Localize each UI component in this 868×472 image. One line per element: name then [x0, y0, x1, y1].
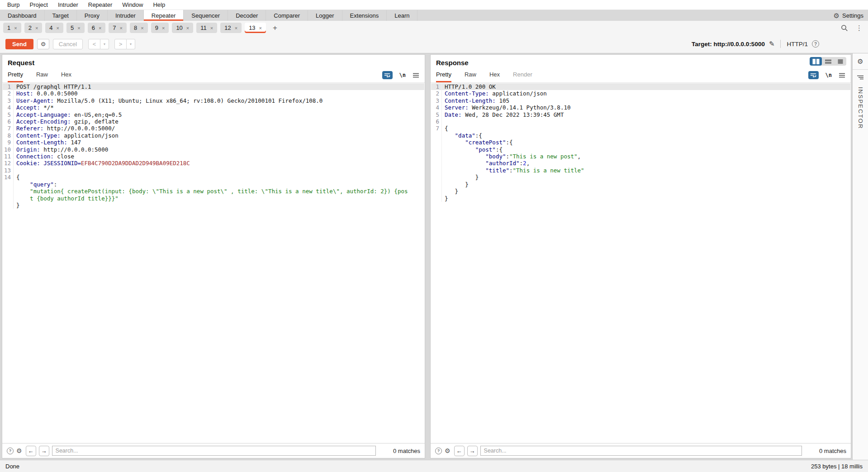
repeater-tab-4[interactable]: 4×	[45, 23, 63, 33]
gear-icon[interactable]: ⚙	[445, 447, 451, 454]
code-text: Content-Length: 147	[14, 139, 81, 146]
send-options-button[interactable]: ⚙	[37, 39, 49, 49]
tab-pretty[interactable]: Pretty	[436, 71, 451, 82]
close-tab-icon[interactable]: ×	[120, 25, 123, 31]
next-request-button[interactable]: >	[114, 39, 127, 49]
code-line: t {body authorId title}}}"	[3, 195, 424, 202]
close-tab-icon[interactable]: ×	[210, 25, 213, 31]
prev-match-button[interactable]: ←	[26, 446, 36, 456]
close-tab-icon[interactable]: ×	[14, 25, 17, 31]
close-tab-icon[interactable]: ×	[162, 25, 165, 31]
menu-item-repeater[interactable]: Repeater	[83, 1, 117, 8]
repeater-tab-10[interactable]: 10×	[172, 23, 193, 33]
menu-item-burp[interactable]: Burp	[2, 1, 24, 8]
line-number: 13	[3, 167, 14, 174]
response-editor[interactable]: 1HTTP/1.0 200 OK2Content-Type: applicati…	[431, 83, 850, 443]
request-editor[interactable]: 1POST /graphql HTTP/1.12Host: 0.0.0.0:50…	[3, 83, 424, 443]
menu-item-window[interactable]: Window	[117, 1, 148, 8]
line-number: 2	[431, 90, 442, 97]
prev-request-button[interactable]: <	[88, 39, 100, 49]
next-match-button[interactable]: →	[39, 446, 49, 456]
tab-dashboard[interactable]: Dashboard	[0, 10, 45, 21]
editor-menu-icon[interactable]	[839, 73, 845, 78]
tab-pretty[interactable]: Pretty	[8, 71, 23, 82]
repeater-tab-6[interactable]: 6×	[88, 23, 106, 33]
tab-intruder[interactable]: Intruder	[108, 10, 144, 21]
next-request-dropdown[interactable]: ▾	[127, 39, 135, 49]
tab-hex[interactable]: Hex	[489, 71, 500, 82]
response-search-input[interactable]	[480, 446, 802, 456]
send-button[interactable]: Send	[5, 39, 33, 49]
code-line: 6	[431, 118, 850, 125]
layout-columns-button[interactable]	[810, 57, 822, 66]
inspector-collapse-icon[interactable]	[857, 75, 864, 80]
syntax-highlight-icon[interactable]	[808, 71, 819, 79]
show-newlines-icon[interactable]: \n	[825, 72, 832, 78]
close-tab-icon[interactable]: ×	[77, 25, 80, 31]
code-text: "createPost":{	[442, 139, 513, 146]
close-tab-icon[interactable]: ×	[57, 25, 59, 31]
line-number	[431, 160, 442, 167]
tab-decoder[interactable]: Decoder	[228, 10, 266, 21]
tab-render[interactable]: Render	[513, 71, 532, 82]
repeater-tab-12[interactable]: 12×	[220, 23, 242, 33]
help-icon[interactable]: ?	[7, 448, 14, 454]
repeater-tab-2[interactable]: 2×	[24, 23, 43, 33]
prev-request-dropdown[interactable]: ▾	[100, 39, 109, 49]
gear-icon[interactable]: ⚙	[857, 58, 863, 65]
cancel-button[interactable]: Cancel	[53, 39, 83, 49]
edit-target-icon[interactable]: ✎	[769, 40, 775, 48]
tab-proxy[interactable]: Proxy	[77, 10, 108, 21]
show-newlines-icon[interactable]: \n	[399, 72, 406, 78]
layout-single-button[interactable]	[834, 57, 846, 66]
tab-sequencer[interactable]: Sequencer	[184, 10, 228, 21]
close-tab-icon[interactable]: ×	[259, 25, 262, 31]
repeater-tab-label: 12	[224, 24, 231, 31]
code-line: 11Connection: close	[3, 153, 424, 160]
repeater-tab-7[interactable]: 7×	[109, 23, 127, 33]
tab-hex[interactable]: Hex	[61, 71, 71, 82]
http-version-label: HTTP/1	[787, 41, 808, 48]
kebab-menu-icon[interactable]: ⋮	[856, 24, 863, 32]
help-icon[interactable]: ?	[812, 40, 819, 48]
prev-match-button[interactable]: ←	[454, 446, 465, 456]
repeater-tab-8[interactable]: 8×	[130, 23, 148, 33]
tab-raw[interactable]: Raw	[36, 71, 48, 82]
settings-button[interactable]: ⚙ Settings	[829, 10, 868, 21]
repeater-tab-9[interactable]: 9×	[151, 23, 169, 33]
close-tab-icon[interactable]: ×	[35, 25, 38, 31]
menu-item-help[interactable]: Help	[148, 1, 170, 8]
repeater-tab-13[interactable]: 13×	[245, 23, 266, 33]
editor-menu-icon[interactable]	[413, 73, 419, 78]
repeater-tab-1[interactable]: 1×	[3, 23, 21, 33]
tab-learn[interactable]: Learn	[387, 10, 417, 21]
help-icon[interactable]: ?	[435, 448, 442, 454]
search-icon[interactable]	[841, 24, 848, 32]
new-repeater-tab-button[interactable]: +	[269, 24, 281, 33]
tab-target[interactable]: Target	[45, 10, 77, 21]
tab-raw[interactable]: Raw	[465, 71, 476, 82]
tab-comparer[interactable]: Comparer	[266, 10, 308, 21]
close-tab-icon[interactable]: ×	[186, 25, 189, 31]
close-tab-icon[interactable]: ×	[235, 25, 237, 31]
tab-repeater[interactable]: Repeater	[144, 10, 184, 21]
response-panel-header: Response	[431, 55, 851, 68]
close-tab-icon[interactable]: ×	[141, 25, 143, 31]
menu-item-project[interactable]: Project	[24, 1, 52, 8]
close-tab-icon[interactable]: ×	[99, 25, 101, 31]
inspector-label[interactable]: INSPECTOR	[857, 87, 864, 129]
menu-item-intruder[interactable]: Intruder	[53, 1, 83, 8]
response-panel: Response PrettyRawHexRender	[430, 54, 851, 458]
repeater-tab-11[interactable]: 11×	[196, 23, 217, 33]
tab-logger[interactable]: Logger	[308, 10, 342, 21]
tab-extensions[interactable]: Extensions	[342, 10, 387, 21]
code-line: 14{	[3, 174, 424, 181]
syntax-highlight-icon[interactable]	[382, 71, 393, 79]
next-match-button[interactable]: →	[467, 446, 478, 456]
code-line: "title":"This is a new title"	[431, 167, 850, 174]
code-text	[14, 167, 16, 174]
repeater-tab-5[interactable]: 5×	[66, 23, 85, 33]
gear-icon[interactable]: ⚙	[16, 447, 22, 454]
layout-rows-button[interactable]	[822, 57, 834, 66]
request-search-input[interactable]	[52, 446, 376, 456]
